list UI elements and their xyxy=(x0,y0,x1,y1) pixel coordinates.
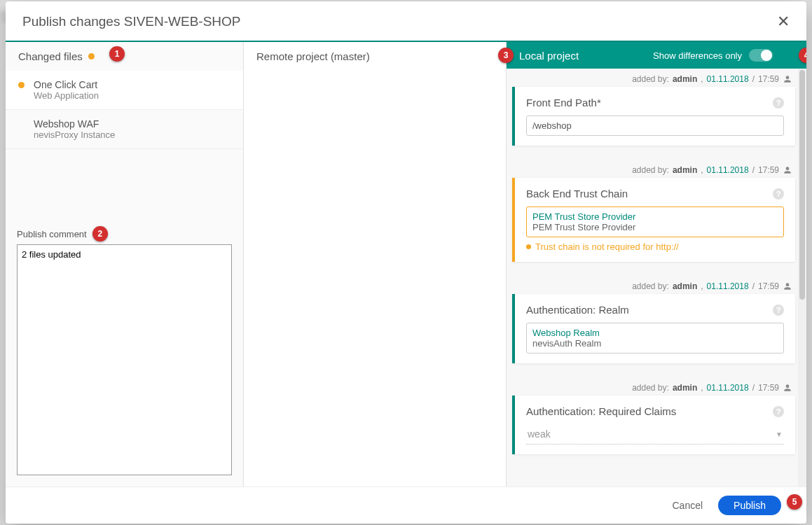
help-icon[interactable]: ? xyxy=(773,406,784,417)
card-meta: added by: admin, 01.11.2018/ 17:59 xyxy=(512,281,795,291)
diff-toggle-label: Show differences only xyxy=(653,50,742,61)
scrollbar[interactable] xyxy=(798,69,806,486)
trust-warning-text: Trust chain is not required for http:// xyxy=(535,241,679,252)
card-title: Authentication: Required Claims xyxy=(526,405,676,417)
cancel-button[interactable]: Cancel xyxy=(672,500,703,511)
help-icon[interactable]: ? xyxy=(773,188,784,200)
realm-box[interactable]: Webshop Realm nevisAuth Realm xyxy=(526,323,784,354)
person-icon xyxy=(783,383,792,393)
warning-icon xyxy=(526,244,531,249)
annotation-badge-5: 5 xyxy=(787,494,802,510)
card-title-row: Back End Trust Chain ? xyxy=(526,188,784,200)
card-front-end-path: Front End Path* ? xyxy=(512,87,795,146)
changed-file-list: One Click Cart Web Application Webshop W… xyxy=(6,71,243,149)
card-title-row: Front End Path* ? xyxy=(526,97,784,108)
person-icon xyxy=(783,165,792,175)
card-title-row: Authentication: Realm ? xyxy=(526,304,784,316)
modal-title: Publish changes SIVEN-WEB-SHOP xyxy=(22,14,241,29)
list-item[interactable]: Webshop WAF nevisProxy Instance xyxy=(6,110,243,149)
file-title: One Click Cart xyxy=(34,79,232,90)
card-auth-realm: Authentication: Realm ? Webshop Realm ne… xyxy=(512,294,795,363)
trust-provider-link[interactable]: PEM Trust Store Provider xyxy=(532,211,778,222)
diff-toggle-switch[interactable] xyxy=(749,49,773,62)
card-title: Authentication: Realm xyxy=(526,304,629,316)
meta-time: 17:59 xyxy=(758,74,779,84)
annotation-badge-2: 2 xyxy=(92,226,108,241)
file-title: Webshop WAF xyxy=(34,118,232,130)
help-icon[interactable]: ? xyxy=(773,304,784,316)
close-icon[interactable]: ✕ xyxy=(777,14,790,29)
trust-warning: Trust chain is not required for http:// xyxy=(526,241,784,252)
left-column: Changed files 1 One Click Cart Web Appli… xyxy=(6,42,244,486)
card-meta: added by: admin, 01.11.2018/ 17:59 xyxy=(512,383,795,393)
annotation-badge-3: 3 xyxy=(498,48,514,63)
local-header: Local project Show differences only 4 xyxy=(507,42,806,69)
card-title: Back End Trust Chain xyxy=(526,188,628,200)
diff-toggle-group: Show differences only xyxy=(653,49,773,62)
modal-footer: Cancel Publish 5 xyxy=(6,486,806,524)
remote-header-label: Remote project (master) xyxy=(256,50,370,62)
modal-body: Changed files 1 One Click Cart Web Appli… xyxy=(6,42,806,486)
remote-column: Remote project (master) 3 xyxy=(244,42,507,486)
publish-comment-label: Publish comment xyxy=(17,229,87,239)
card-title-row: Authentication: Required Claims ? xyxy=(526,405,784,417)
publish-modal: Publish changes SIVEN-WEB-SHOP ✕ Changed… xyxy=(6,1,806,524)
file-subtitle: Web Application xyxy=(34,90,232,101)
annotation-badge-4: 4 xyxy=(799,48,806,63)
person-icon xyxy=(783,74,792,84)
meta-user: admin xyxy=(673,74,697,84)
changed-indicator-icon xyxy=(18,82,25,88)
file-subtitle: nevisProxy Instance xyxy=(34,130,232,140)
local-header-label: Local project xyxy=(519,50,579,62)
publish-comment-label-row: Publish comment 2 xyxy=(17,220,232,244)
changed-files-label: Changed files xyxy=(18,50,83,62)
publish-button[interactable]: Publish xyxy=(718,496,781,515)
local-column: Local project Show differences only 4 ad… xyxy=(507,42,806,486)
scrollbar-thumb[interactable] xyxy=(799,70,805,300)
meta-prefix: added by: xyxy=(632,74,669,84)
annotation-badge-1: 1 xyxy=(109,46,125,62)
trust-provider-sub: PEM Trust Store Provider xyxy=(532,222,778,232)
publish-comment-section: Publish comment 2 xyxy=(6,219,243,486)
help-icon[interactable]: ? xyxy=(773,97,784,108)
publish-comment-textarea[interactable] xyxy=(17,244,232,475)
list-item[interactable]: One Click Cart Web Application xyxy=(6,71,243,110)
person-icon xyxy=(783,281,792,291)
changed-files-header: Changed files 1 xyxy=(6,42,243,71)
claims-select[interactable]: weak ▼ xyxy=(526,424,784,444)
chevron-down-icon: ▼ xyxy=(776,430,783,438)
meta-date: 01.11.2018 xyxy=(707,74,749,84)
card-trust-chain: Back End Trust Chain ? PEM Trust Store P… xyxy=(512,178,795,262)
claims-value: weak xyxy=(528,428,551,440)
remote-header: Remote project (master) 3 xyxy=(244,42,506,71)
front-end-path-input[interactable] xyxy=(526,115,784,136)
changed-indicator-icon xyxy=(88,53,95,59)
realm-sub: nevisAuth Realm xyxy=(532,338,778,349)
trust-provider-box[interactable]: PEM Trust Store Provider PEM Trust Store… xyxy=(526,206,784,237)
local-scroll-area: added by: admin, 01.11.2018/ 17:59 Front… xyxy=(507,69,806,486)
card-meta: added by: admin, 01.11.2018/ 17:59 xyxy=(512,74,795,84)
toggle-knob xyxy=(761,50,772,61)
card-title: Front End Path* xyxy=(526,97,601,108)
realm-link[interactable]: Webshop Realm xyxy=(532,328,778,338)
modal-header: Publish changes SIVEN-WEB-SHOP ✕ xyxy=(6,1,806,42)
card-meta: added by: admin, 01.11.2018/ 17:59 xyxy=(512,165,795,175)
card-required-claims: Authentication: Required Claims ? weak ▼ xyxy=(512,396,795,454)
